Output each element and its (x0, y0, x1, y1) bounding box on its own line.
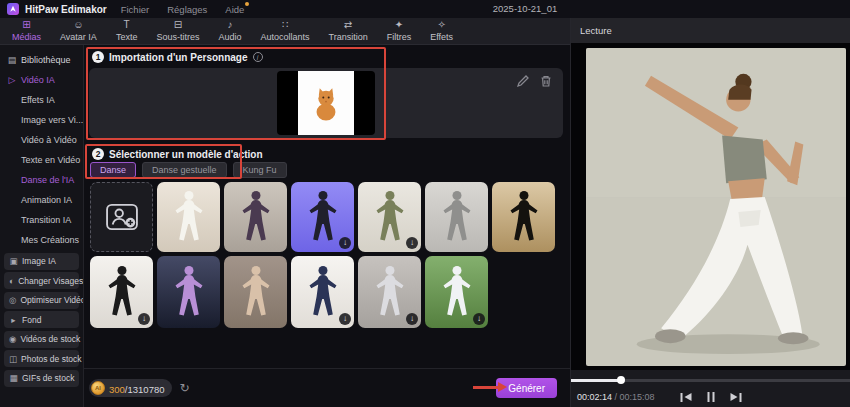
sidebar-item-gifs-de-stock[interactable]: ▦ GIFs de stock (4, 370, 79, 387)
credits-pill: AI 300/1310780 (89, 379, 172, 397)
sidebar-item-photos-de-stock[interactable]: ◫ Photos de stock (4, 350, 79, 367)
sidebar-item-transition-ia[interactable]: Transition IA (0, 210, 83, 230)
tab-filtres[interactable]: ✦ Filtres (387, 20, 412, 42)
sidebar-item-bibliotheque[interactable]: ▤ Bibliothèque (0, 50, 83, 70)
tab-texte[interactable]: T Texte (116, 20, 138, 42)
tab-autocollants[interactable]: ∷ Autocollants (260, 20, 309, 42)
action-tab-danse[interactable]: Danse (90, 162, 136, 178)
action-tab-danse-gestuelle[interactable]: Danse gestuelle (142, 162, 227, 178)
refresh-credits-icon[interactable]: ↻ (179, 382, 189, 394)
text-icon: T (124, 20, 130, 31)
dance-model-thumbnail[interactable] (224, 182, 287, 252)
project-title: 2025-10-21_01 (455, 0, 595, 18)
sidebar-item-video-a-video[interactable]: Vidéo à Vidéo (0, 130, 83, 150)
toolbar-tab-label: Texte (116, 33, 138, 42)
download-icon[interactable]: ↓ (406, 237, 418, 249)
sidebar-item-changer-visages[interactable]: ◐ Changer Visages (4, 272, 79, 289)
imported-character-thumbnail[interactable] (277, 71, 375, 135)
dance-model-thumbnail[interactable]: ↓ (358, 256, 421, 328)
tab-medias[interactable]: ⊞ Médias (12, 20, 41, 42)
video-frame (586, 48, 846, 366)
model-grid-row2: ↓ (90, 256, 488, 328)
tab-avatar-ia[interactable]: ☺ Avatar IA (60, 20, 97, 42)
playback-panel: Lecture (570, 18, 850, 407)
sidebar-item-optimiseur-video[interactable]: ◎ Optimiseur Vidéo (4, 292, 79, 309)
dance-model-thumbnail[interactable] (157, 256, 220, 328)
delete-trash-icon[interactable] (539, 74, 553, 88)
download-icon[interactable]: ↓ (473, 313, 485, 325)
progress-knob[interactable] (617, 376, 625, 384)
download-icon[interactable]: ↓ (138, 313, 150, 325)
total-time: 00:15:08 (620, 392, 655, 402)
video-preview-area[interactable] (571, 43, 850, 370)
previous-frame-button[interactable] (681, 393, 692, 402)
dancer-silhouette (437, 188, 477, 248)
toolbar-tab-label: Audio (218, 33, 241, 42)
edit-pencil-icon[interactable] (516, 74, 530, 88)
dance-model-thumbnail[interactable] (157, 182, 220, 252)
download-icon[interactable]: ↓ (339, 237, 351, 249)
download-icon[interactable]: ↓ (339, 313, 351, 325)
dance-model-thumbnail[interactable] (492, 182, 555, 252)
dancer-silhouette (370, 263, 410, 323)
menu-reglages[interactable]: Réglages (167, 4, 207, 15)
dance-model-thumbnail[interactable]: ↓ (291, 256, 354, 328)
add-custom-model-button[interactable] (90, 182, 153, 252)
sidebar-button-label: Optimiseur Vidéo (20, 295, 84, 305)
sidebar-item-effets-ia[interactable]: Effets IA (0, 90, 83, 110)
sidebar-item-fond[interactable]: ▸ Fond (4, 311, 79, 328)
dance-model-thumbnail[interactable]: ↓ (425, 256, 488, 328)
credits-area: AI 300/1310780 ↻ (89, 379, 190, 397)
sidebar-button-label: Vidéos de stock (20, 334, 80, 344)
next-frame-button[interactable] (731, 393, 742, 402)
ai-image-icon: ▣ (9, 256, 18, 266)
sidebar-item-image-ia[interactable]: ▣ Image IA (4, 253, 79, 270)
sidebar-item-texte-en-video[interactable]: Texte en Vidéo (0, 150, 83, 170)
sidebar-item-videos-de-stock[interactable]: ◉ Vidéos de stock (4, 331, 79, 348)
sidebar-item-animation-ia[interactable]: Animation IA (0, 190, 83, 210)
tab-sous-titres[interactable]: ⊟ Sous-titres (156, 20, 199, 42)
dancer-silhouette (236, 188, 276, 248)
dance-model-thumbnail[interactable] (425, 182, 488, 252)
sidebar-subitem-label: Danse de l'IA (21, 175, 74, 185)
sidebar-button-label: Fond (22, 315, 41, 325)
sidebar-item-image-vers-video[interactable]: Image vers Vi... (0, 110, 83, 130)
pause-button[interactable] (708, 392, 715, 402)
toolbar-tab-label: Sous-titres (156, 33, 199, 42)
stock-photos-icon: ◫ (9, 354, 17, 364)
progress-played (571, 379, 621, 382)
sidebar-subitem-label: Effets IA (21, 95, 55, 105)
sidebar-subitem-label: Image vers Vi... (21, 115, 83, 125)
generate-footer: AI 300/1310780 ↻ Générer (84, 368, 570, 407)
download-icon[interactable]: ↓ (406, 313, 418, 325)
sidebar: ▤ Bibliothèque ▷ Vidéo IA Effets IA Imag… (0, 45, 84, 407)
dancer-silhouette (437, 263, 477, 323)
dance-model-thumbnail[interactable]: ↓ (358, 182, 421, 252)
tab-effets[interactable]: ✧ Effets (430, 20, 453, 42)
tab-audio[interactable]: ♪ Audio (218, 20, 241, 42)
generate-button[interactable]: Générer (496, 378, 557, 398)
sidebar-item-danse-de-lia[interactable]: Danse de l'IA (0, 170, 83, 190)
dancer-silhouette (169, 188, 209, 248)
app-window: HitPaw Edimakor Fichier Réglages Aide 20… (0, 0, 850, 407)
sidebar-item-mes-creations[interactable]: Mes Créations (0, 230, 83, 250)
tab-transition[interactable]: ⇄ Transition (328, 20, 367, 42)
dance-model-thumbnail[interactable]: ↓ (291, 182, 354, 252)
dance-model-thumbnail[interactable]: ↓ (90, 256, 153, 328)
sidebar-subitem-label: Texte en Vidéo (21, 155, 80, 165)
sidebar-subitem-label: Vidéo à Vidéo (21, 135, 77, 145)
step1-title: Importation d'un Personnage (109, 52, 248, 63)
sidebar-item-video-ia[interactable]: ▷ Vidéo IA (0, 70, 83, 90)
dancer-silhouette (370, 188, 410, 248)
dancer-silhouette (303, 263, 343, 323)
menu-fichier[interactable]: Fichier (121, 4, 150, 15)
character-photo (298, 71, 354, 135)
step1-number-badge: 1 (92, 51, 104, 63)
playback-header: Lecture (571, 18, 850, 43)
dance-model-thumbnail[interactable] (224, 256, 287, 328)
playback-progress-bar[interactable] (571, 379, 850, 382)
action-tab-kung-fu[interactable]: Kung Fu (233, 162, 287, 178)
info-icon[interactable]: i (253, 52, 263, 62)
menu-aide[interactable]: Aide (225, 4, 244, 15)
toolbar-tab-label: Médias (12, 33, 41, 42)
